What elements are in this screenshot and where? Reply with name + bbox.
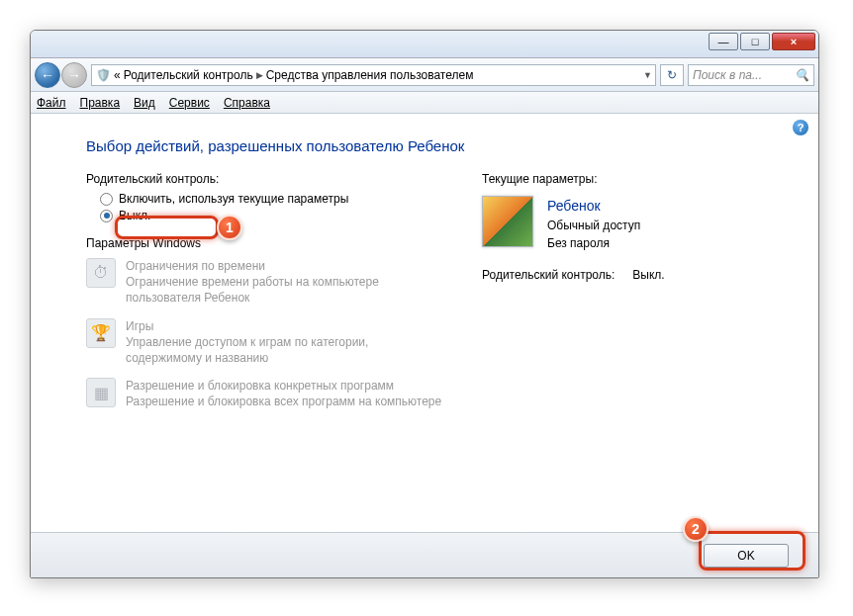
menu-help[interactable]: Справка — [224, 96, 270, 110]
right-column: Текущие параметры: Ребенок Обычный досту… — [482, 172, 783, 422]
search-input[interactable]: Поиск в па... 🔍 — [688, 64, 814, 86]
shield-icon: 🛡️ — [95, 67, 111, 83]
annotation-marker-2: 2 — [683, 516, 709, 542]
forward-button[interactable]: → — [61, 62, 87, 88]
pc-label: Родительский контроль: — [86, 172, 442, 186]
win-params-label: Параметры Windows — [86, 236, 442, 250]
ok-button[interactable]: OK — [704, 544, 789, 568]
setting-games[interactable]: 🏆 Игры Управление доступом к играм по ка… — [86, 318, 442, 367]
left-column: Родительский контроль: Включить, использ… — [86, 172, 442, 422]
breadcrumb-prefix: « — [114, 68, 121, 82]
pc-state-value: Выкл. — [632, 268, 664, 282]
navbar: ← → 🛡️ « Родительский контроль ▶ Средств… — [31, 58, 818, 92]
setting-apps[interactable]: ▦ Разрешение и блокировка конкретных про… — [86, 378, 442, 409]
page-title: Выбор действий, разрешенных пользователю… — [86, 137, 783, 154]
setting-time-desc: Ограничение времени работы на компьютере… — [126, 274, 442, 306]
annotation-marker-1: 1 — [217, 215, 242, 240]
refresh-icon: ↻ — [667, 68, 677, 82]
minimize-icon: — — [718, 36, 729, 47]
maximize-button[interactable]: □ — [740, 33, 770, 50]
menu-file[interactable]: Файл — [37, 96, 66, 110]
user-name: Ребенок — [547, 196, 640, 217]
back-button[interactable]: ← — [35, 62, 60, 88]
radio-disable-label: Выкл. — [119, 209, 150, 222]
pc-state-label: Родительский контроль: — [482, 268, 615, 282]
minimize-button[interactable]: — — [709, 33, 738, 50]
setting-games-title: Игры — [126, 318, 442, 334]
chevron-down-icon[interactable]: ▼ — [643, 70, 652, 80]
apps-icon: ▦ — [86, 378, 116, 407]
user-type: Обычный доступ — [547, 217, 640, 234]
radio-button-icon — [100, 193, 113, 206]
radio-disable[interactable]: Выкл. — [100, 209, 442, 222]
window: — □ × ← → 🛡️ « Родительский контроль ▶ С… — [30, 30, 819, 578]
trophy-icon: 🏆 — [86, 318, 116, 348]
refresh-button[interactable]: ↻ — [660, 64, 684, 86]
close-button[interactable]: × — [772, 33, 815, 50]
close-icon: × — [791, 36, 797, 47]
chevron-right-icon: ▶ — [256, 70, 263, 80]
clock-icon: ⏱ — [86, 258, 116, 288]
help-icon[interactable]: ? — [793, 120, 808, 135]
setting-apps-title: Разрешение и блокировка конкретных прогр… — [126, 378, 441, 394]
setting-time[interactable]: ⏱ Ограничения по времени Ограничение вре… — [86, 258, 442, 307]
arrow-right-icon: → — [67, 67, 81, 83]
menu-tools[interactable]: Сервис — [169, 96, 210, 110]
breadcrumb-item[interactable]: Средства управления пользователем — [266, 68, 474, 82]
user-password: Без пароля — [547, 234, 640, 252]
arrow-left-icon: ← — [41, 67, 54, 83]
menubar: Файл Правка Вид Сервис Справка — [31, 92, 818, 114]
menu-view[interactable]: Вид — [134, 96, 155, 110]
avatar — [482, 196, 533, 247]
search-placeholder: Поиск в па... — [693, 68, 762, 82]
breadcrumb-item[interactable]: Родительский контроль — [124, 68, 253, 82]
breadcrumb[interactable]: 🛡️ « Родительский контроль ▶ Средства уп… — [91, 64, 656, 86]
nav-buttons: ← → — [35, 62, 87, 88]
setting-games-desc: Управление доступом к играм по категории… — [126, 334, 442, 366]
setting-time-title: Ограничения по времени — [126, 258, 442, 274]
titlebar: — □ × — [31, 31, 818, 58]
maximize-icon: □ — [752, 36, 759, 47]
menu-edit[interactable]: Правка — [80, 96, 121, 110]
radio-button-selected-icon — [100, 210, 113, 222]
radio-enable[interactable]: Включить, используя текущие параметры — [100, 192, 442, 206]
setting-apps-desc: Разрешение и блокировка всех программ на… — [126, 394, 441, 409]
search-icon: 🔍 — [795, 68, 809, 82]
radio-enable-label: Включить, используя текущие параметры — [119, 192, 348, 206]
content-area: ? Выбор действий, разрешенных пользовате… — [31, 114, 818, 532]
cur-params-label: Текущие параметры: — [482, 172, 783, 186]
